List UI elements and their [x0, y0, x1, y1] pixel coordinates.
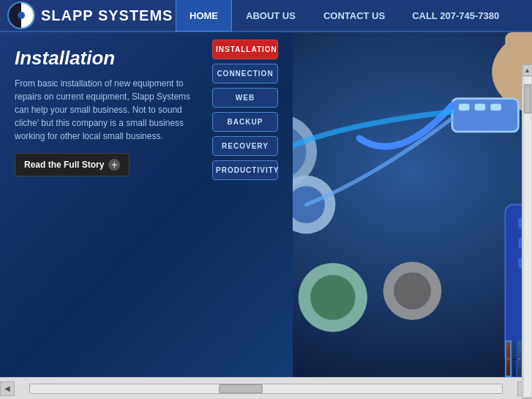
nav-call: CALL 207-745-7380	[399, 10, 512, 21]
btn-web[interactable]: WEB	[212, 88, 278, 108]
main-image-panel	[293, 32, 532, 377]
btn-connection[interactable]: CONNECTION	[212, 64, 278, 83]
logo-area: SLAPP SYSTEMS	[7, 1, 176, 29]
btn-backup[interactable]: BACKUP	[212, 112, 278, 132]
svg-rect-5	[452, 99, 519, 132]
read-more-button[interactable]: Read the Full Story +	[15, 153, 130, 176]
hscroll-track	[29, 384, 503, 394]
section-description: From basic installation of new equipment…	[15, 77, 198, 143]
svg-rect-8	[490, 104, 501, 111]
scroll-left-arrow[interactable]: ◀	[0, 381, 15, 396]
thumbnail-2[interactable]	[512, 340, 517, 377]
svg-point-20	[394, 272, 431, 310]
logo-text: SLAPP SYSTEMS	[41, 7, 173, 24]
nav-home[interactable]: HOME	[176, 0, 232, 31]
svg-point-18	[310, 275, 356, 321]
nav-contact[interactable]: CONTACT US	[310, 0, 399, 31]
svg-rect-38	[518, 358, 521, 359]
left-panel: Installation From basic installation of …	[0, 32, 212, 377]
section-title: Installation	[15, 47, 198, 70]
main-area: Installation From basic installation of …	[0, 32, 532, 377]
svg-point-27	[508, 358, 509, 359]
svg-rect-6	[459, 104, 469, 111]
svg-rect-28	[507, 359, 509, 359]
nav-links: HOME ABOUT US CONTACT US CALL 207-745-73…	[176, 0, 512, 31]
hscroll-thumb[interactable]	[219, 384, 263, 393]
thumbnail-3[interactable]	[517, 340, 522, 377]
service-buttons: INSTALLATION CONNECTION WEB BACKUP RECOV…	[212, 32, 293, 377]
scroll-up-arrow[interactable]: ▲	[522, 64, 533, 76]
navbar: SLAPP SYSTEMS HOME ABOUT US CONTACT US C…	[0, 0, 532, 32]
vscroll-track	[523, 76, 532, 398]
bottom-scrollbar: ◀ ▶	[0, 377, 532, 399]
main-image	[293, 32, 532, 377]
right-scrollbar: ▲ ▼	[522, 64, 532, 399]
plus-icon: +	[108, 159, 120, 171]
btn-installation[interactable]: INSTALLATION	[212, 40, 278, 59]
btn-productivity[interactable]: PRODUCTIVITY	[212, 160, 278, 180]
vscroll-thumb[interactable]	[524, 84, 531, 113]
svg-point-1	[18, 12, 25, 19]
read-more-label: Read the Full Story	[24, 160, 104, 170]
btn-recovery[interactable]: RECOVERY	[212, 136, 278, 156]
logo-icon	[7, 1, 35, 29]
nav-about[interactable]: ABOUT US	[232, 0, 310, 31]
svg-rect-7	[475, 104, 485, 111]
thumbnail-1[interactable]	[505, 340, 512, 377]
